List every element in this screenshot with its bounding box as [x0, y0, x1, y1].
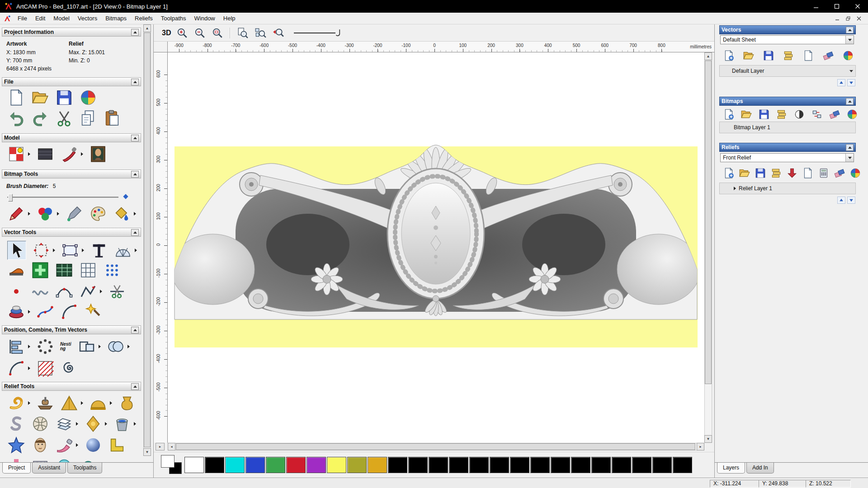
create-polyline-flyout-icon[interactable]: [100, 290, 102, 293]
palette-swatch-21[interactable]: [612, 457, 631, 473]
open-vector-layer-icon[interactable]: [743, 50, 755, 61]
weld-vectors-flyout-icon[interactable]: [127, 345, 130, 348]
primary-secondary-colour-chip[interactable]: [161, 455, 182, 475]
palette-swatch-17[interactable]: [530, 457, 550, 473]
menu-file[interactable]: File: [14, 13, 31, 23]
face-wizard-icon[interactable]: [31, 436, 49, 454]
vertical-scrollbar-thumb[interactable]: [705, 61, 712, 384]
vector-doctor-icon[interactable]: [7, 261, 25, 279]
redo-icon[interactable]: [31, 109, 49, 127]
relief-layer-stack-icon[interactable]: [55, 415, 73, 433]
create-rectangle-flyout-icon[interactable]: [82, 249, 84, 252]
model-texture-icon[interactable]: [36, 145, 54, 163]
extrude-profile-flyout-icon[interactable]: [28, 310, 30, 314]
create-rectangle-icon[interactable]: [61, 241, 79, 259]
canvas-scroll-left-icon[interactable]: ◂: [168, 443, 175, 450]
relief-dropdown-icon[interactable]: [845, 154, 854, 162]
layer-visibility-icon[interactable]: [840, 67, 847, 75]
pane-splitter-button[interactable]: ▸: [156, 443, 165, 450]
menu-model[interactable]: Model: [49, 13, 73, 23]
erase-relief-icon[interactable]: [55, 436, 73, 454]
cut-icon[interactable]: [55, 109, 73, 127]
menu-reliefs[interactable]: Reliefs: [131, 13, 157, 23]
paint-icon[interactable]: [7, 205, 25, 223]
palette-swatch-18[interactable]: [551, 457, 570, 473]
paste-icon[interactable]: [103, 109, 121, 127]
copy-layer-icon[interactable]: [776, 108, 788, 120]
canvas-scroll-down-icon[interactable]: ▼: [704, 435, 712, 443]
zoom-out-icon[interactable]: [194, 27, 206, 39]
select-vectors-icon[interactable]: [7, 241, 26, 260]
new-sheet-icon[interactable]: [802, 50, 814, 61]
menu-edit[interactable]: Edit: [31, 13, 49, 23]
set-model-size-icon[interactable]: [7, 145, 25, 163]
palette-swatch-23[interactable]: [652, 457, 672, 473]
palette-swatch-2[interactable]: [225, 457, 245, 473]
palette-swatch-5[interactable]: [286, 457, 306, 473]
tab-toolpaths[interactable]: Toolpaths: [67, 463, 102, 474]
2d-view-canvas[interactable]: [168, 52, 704, 443]
palette-icon[interactable]: [89, 205, 107, 223]
layer-options-icon[interactable]: [849, 70, 853, 72]
smooth-relief-icon[interactable]: [36, 394, 54, 412]
line-width-control[interactable]: [294, 29, 342, 37]
relief-layer-stack-flyout-icon[interactable]: [76, 422, 78, 426]
bitmap-tools-header[interactable]: Bitmap Tools: [2, 169, 141, 178]
join-vectors-icon[interactable]: [7, 359, 25, 377]
relief-fill-flyout-icon[interactable]: [134, 422, 136, 426]
new-bitmap-layer-icon[interactable]: [723, 108, 735, 120]
sculpt-icon[interactable]: [7, 394, 25, 412]
open-bitmap-layer-icon[interactable]: [741, 108, 752, 120]
vectors-header[interactable]: Vectors: [719, 25, 856, 34]
vector-tools-header[interactable]: Vector Tools: [2, 228, 141, 237]
vector-layer-row[interactable]: Default Layer: [719, 65, 856, 77]
bitmaps-header[interactable]: Bitmaps: [719, 97, 856, 106]
save-model-icon[interactable]: [55, 89, 73, 107]
new-model-icon[interactable]: [7, 89, 25, 107]
zoom-previous-icon[interactable]: [272, 27, 284, 39]
move-vector-layer-down-icon[interactable]: [847, 79, 855, 86]
relief-selector[interactable]: Front Relief: [720, 153, 854, 162]
dome-tool-icon[interactable]: [89, 394, 107, 412]
shape-editor-flyout-icon[interactable]: [81, 401, 83, 405]
create-spiral-icon[interactable]: [60, 359, 78, 377]
block-copy-icon[interactable]: [78, 338, 96, 356]
palette-swatch-10[interactable]: [388, 457, 407, 473]
pick-colour-icon[interactable]: [65, 205, 83, 223]
flood-fill-icon[interactable]: [113, 205, 131, 223]
menu-window[interactable]: Window: [190, 13, 219, 23]
palette-swatch-19[interactable]: [571, 457, 590, 473]
copy-icon[interactable]: [79, 109, 97, 127]
airbrush-flyout-icon[interactable]: [81, 152, 83, 156]
texture-sphere-icon[interactable]: [84, 436, 102, 454]
model-image-icon[interactable]: [89, 145, 107, 163]
mdi-minimize-icon[interactable]: [833, 14, 842, 23]
mdi-restore-icon[interactable]: [844, 14, 853, 23]
menu-toolpaths[interactable]: Toolpaths: [157, 13, 190, 23]
zoom-window-icon[interactable]: [212, 27, 223, 39]
align-vectors-flyout-icon[interactable]: [28, 345, 30, 348]
move-vector-layer-up-icon[interactable]: [837, 79, 845, 86]
position-combine-header[interactable]: Position, Combine, Trim Vectors: [2, 325, 141, 334]
tab-layers[interactable]: Layers: [717, 463, 745, 474]
duplicate-relief-layer-icon[interactable]: [770, 167, 782, 179]
delete-relief-layer-icon[interactable]: [834, 167, 845, 179]
sculpt-flyout-icon[interactable]: [28, 401, 30, 405]
relief-tools-header[interactable]: Relief Tools: [2, 382, 141, 391]
flood-fill-flyout-icon[interactable]: [134, 212, 136, 216]
project-information-header[interactable]: Project Information: [2, 28, 141, 37]
left-scrollbar-thumb[interactable]: [144, 33, 151, 447]
measure-icon[interactable]: [114, 241, 132, 259]
close-button[interactable]: [847, 0, 868, 13]
layer-colour-icon[interactable]: [842, 50, 854, 61]
export-model-icon[interactable]: [79, 89, 97, 107]
open-model-icon[interactable]: [31, 89, 49, 107]
new-vector-layer-icon[interactable]: [723, 50, 735, 61]
palette-swatch-11[interactable]: [408, 457, 428, 473]
relief-sheet-icon[interactable]: [802, 167, 814, 179]
mdi-close-icon[interactable]: [854, 14, 863, 23]
collapse-vectors-button[interactable]: [846, 27, 854, 33]
calculate-relief-icon[interactable]: [818, 167, 830, 179]
palette-swatch-8[interactable]: [347, 457, 367, 473]
reliefs-header[interactable]: Reliefs: [719, 143, 856, 152]
